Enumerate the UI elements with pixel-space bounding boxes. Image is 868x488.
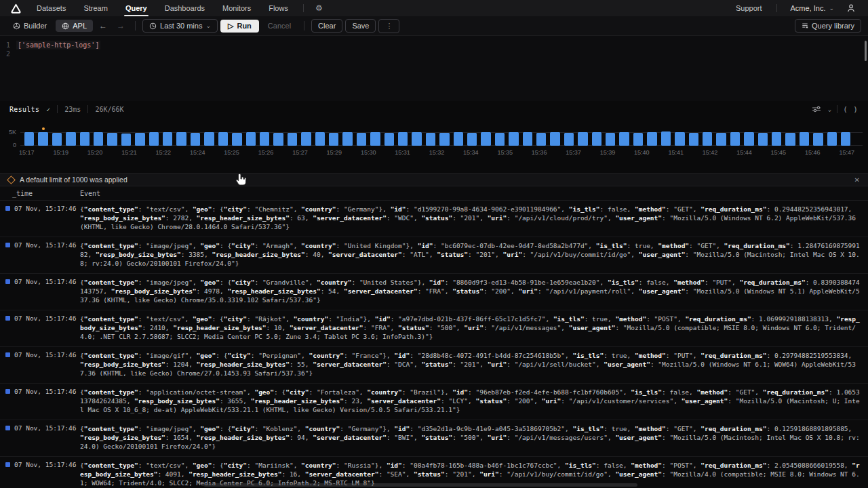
histogram-bar[interactable] [523,132,532,146]
histogram-bar[interactable] [647,132,656,146]
histogram-bar[interactable] [163,132,172,146]
query-library-button[interactable]: Query library [795,19,861,33]
code-text[interactable]: ['sample-http-logs'] [16,41,100,49]
table-row[interactable]: 07 Nov, 15:17:46{"content_type": "image/… [0,420,868,457]
histogram-bar[interactable] [675,132,684,146]
histogram-bar[interactable] [758,133,768,146]
histogram-bar[interactable] [191,133,200,146]
history-back-button[interactable]: ← [96,21,111,30]
histogram-bar[interactable] [454,132,463,146]
histogram-bar[interactable] [744,132,753,146]
histogram-bar[interactable] [66,132,75,146]
histogram-bar[interactable] [135,133,144,146]
histogram-bar[interactable] [107,133,117,146]
histogram-bar[interactable] [357,133,366,146]
editor-line[interactable]: 1 ['sample-http-logs'] [0,41,868,49]
column-header-event[interactable]: Event [80,190,868,197]
nav-item-stream[interactable]: Stream [75,0,116,16]
histogram-bar[interactable] [398,132,408,146]
editor-scrollbar[interactable] [865,41,867,61]
histogram-bar[interactable] [785,133,795,146]
nav-item-dashboards[interactable]: Dashboards [156,0,214,16]
histogram-bar[interactable] [550,132,559,146]
histogram-bar[interactable] [730,132,740,146]
apl-code-editor[interactable]: 1 ['sample-http-logs'] 2 [0,36,868,101]
histogram-bar[interactable] [536,133,546,146]
histogram-bar[interactable] [772,132,781,146]
settings-gear-icon[interactable]: ⚙ [310,3,328,13]
query-success-check-icon[interactable]: ✓ [46,106,50,113]
table-row[interactable]: 07 Nov, 15:17:46{"content_type": "image/… [0,237,868,274]
histogram-bar[interactable] [509,132,518,146]
histogram-bar[interactable] [813,133,823,146]
table-row[interactable]: 07 Nov, 15:17:46{"content_type": "image/… [0,347,868,384]
apl-toggle-button[interactable]: APL [56,20,93,32]
histogram-bar[interactable] [495,133,505,146]
histogram-bar[interactable] [329,133,338,146]
histogram-bar[interactable] [288,133,297,146]
histogram-bar[interactable] [481,132,490,146]
histogram-bar[interactable] [412,132,421,146]
nav-item-datasets[interactable]: Datasets [28,0,75,16]
histogram-bar[interactable] [80,132,90,146]
run-query-button[interactable]: ▷ Run [220,20,259,33]
histogram-bar[interactable] [592,132,601,146]
histogram-bar[interactable] [467,133,477,146]
histogram-bar[interactable] [273,133,283,146]
histogram-bar[interactable] [94,132,103,146]
org-switcher[interactable]: Acme, Inc. ⌄ [783,4,841,12]
table-row[interactable]: 07 Nov, 15:17:46{"content_type": "applic… [0,384,868,420]
clear-button[interactable]: Clear [311,19,342,33]
support-link[interactable]: Support [727,0,771,16]
code-text[interactable] [16,49,19,58]
histogram-bar[interactable] [703,132,712,146]
chart-options-icon[interactable] [812,105,823,113]
histogram-bar[interactable] [232,133,241,146]
histogram-bar[interactable] [149,132,159,146]
histogram-bar[interactable] [426,133,435,146]
table-row[interactable]: 07 Nov, 15:17:46{"content_type": "image/… [0,274,868,310]
histogram-bar[interactable] [218,132,228,146]
axiom-logo-icon[interactable] [11,3,21,14]
editor-line[interactable]: 2 [0,49,868,58]
histogram-bar[interactable] [121,134,131,146]
table-row[interactable]: 07 Nov, 15:17:46{"content_type": "text/c… [0,201,868,237]
histogram-bar[interactable] [52,133,62,146]
histogram-bar[interactable] [578,132,587,146]
histogram-bar[interactable] [716,133,726,146]
chevron-down-icon[interactable]: ⌄ [828,106,831,113]
histogram-bar[interactable] [342,132,352,146]
histogram-bar[interactable] [439,133,449,146]
cancel-button[interactable]: Cancel [262,20,297,32]
histogram-bar[interactable] [633,133,643,146]
histogram-bar[interactable] [689,133,698,146]
table-row[interactable]: 07 Nov, 15:17:46{"content_type": "text/c… [0,310,868,347]
more-options-button[interactable]: ⋮ [378,19,399,33]
code-view-toggle-icon[interactable]: ( ) [843,105,859,114]
nav-item-monitors[interactable]: Monitors [214,0,260,16]
time-range-selector[interactable]: Last 30 mins ⌄ [142,19,218,33]
nav-item-flows[interactable]: Flows [260,0,297,16]
histogram-bar[interactable] [370,132,380,146]
history-forward-button[interactable]: → [113,21,128,30]
histogram-bar[interactable] [38,132,47,146]
column-header-time[interactable]: _time [0,190,80,197]
histogram-bar[interactable] [384,133,394,146]
histogram-bar[interactable] [24,132,34,146]
builder-toggle-button[interactable]: Builder [7,20,53,32]
histogram-bar[interactable] [315,132,325,146]
histogram-bar[interactable] [827,132,837,146]
close-notice-icon[interactable]: ✕ [853,176,861,184]
histogram-bar[interactable] [619,132,629,146]
histogram-bar[interactable] [564,133,574,146]
save-button[interactable]: Save [345,19,376,33]
histogram-bar[interactable] [841,132,850,146]
histogram-bar[interactable] [260,132,269,146]
nav-item-query[interactable]: Query [117,0,156,16]
histogram-bar[interactable] [204,132,214,146]
user-account-icon[interactable] [846,3,856,13]
histogram-bar[interactable] [800,132,809,146]
histogram-bar[interactable] [176,132,186,146]
histogram-bar[interactable] [606,133,615,146]
histogram-bar[interactable] [301,132,311,146]
